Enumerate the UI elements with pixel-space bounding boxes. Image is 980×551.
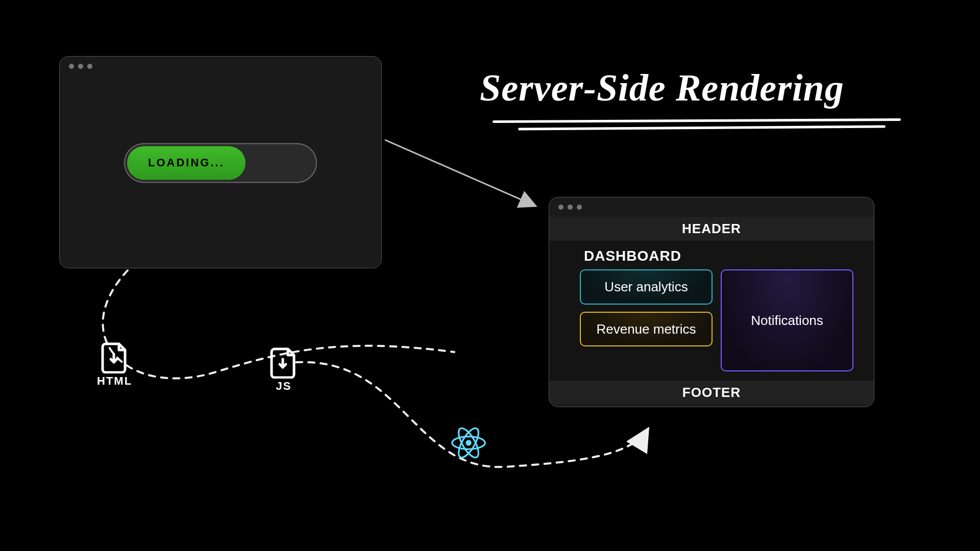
browser-window-loading: LOADING...: [59, 56, 382, 268]
progress-bar: LOADING...: [124, 143, 317, 183]
window-titlebar: [60, 57, 381, 76]
window-dot-icon: [558, 205, 564, 210]
diagram-title: Server-Side Rendering: [480, 66, 844, 110]
svg-line-0: [385, 140, 536, 206]
arrow-solid-icon: [383, 137, 551, 218]
title-underline: [518, 125, 886, 130]
loading-label: LOADING...: [148, 156, 225, 169]
dashboard-title: DASHBOARD: [580, 248, 853, 264]
dashed-arrow-icon: [291, 352, 664, 485]
card-notifications: Notifications: [721, 269, 853, 371]
js-file-label: JS: [276, 380, 292, 393]
card-revenue-metrics: Revenue metrics: [580, 312, 713, 347]
window-dot-icon: [78, 64, 83, 69]
progress-fill: LOADING...: [127, 146, 246, 180]
react-icon: [449, 423, 488, 462]
js-file-icon: JS: [270, 347, 298, 393]
window-dot-icon: [577, 205, 582, 210]
page-header: HEADER: [549, 217, 874, 241]
svg-point-1: [465, 440, 471, 445]
window-dot-icon: [69, 64, 74, 69]
title-underline: [493, 118, 901, 123]
window-dot-icon: [87, 64, 92, 69]
html-file-label: HTML: [97, 374, 132, 388]
html-file-icon: HTML: [97, 342, 132, 388]
window-dot-icon: [568, 205, 573, 210]
card-user-analytics: User analytics: [580, 269, 713, 305]
window-titlebar: [549, 197, 874, 217]
